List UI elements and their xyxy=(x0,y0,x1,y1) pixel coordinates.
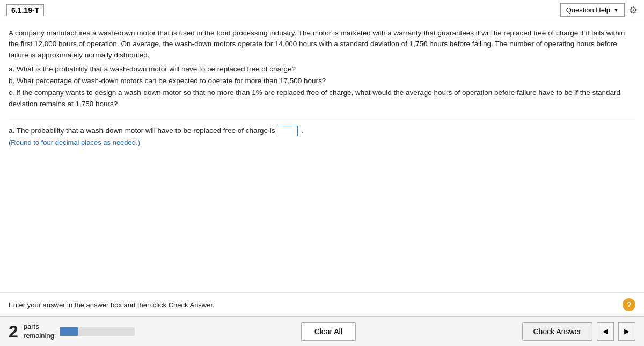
gear-icon[interactable]: ⚙ xyxy=(629,4,638,16)
clear-all-button[interactable]: Clear All xyxy=(301,322,356,341)
subquestions: a. What is the probability that a wash-d… xyxy=(9,64,635,109)
progress-bar-container xyxy=(60,327,135,336)
check-answer-button[interactable]: Check Answer xyxy=(522,322,592,341)
answer-label-after: . xyxy=(302,127,304,135)
question-help-button[interactable]: Question Help ▼ xyxy=(560,3,625,17)
top-bar: 6.1.19-T Question Help ▼ ⚙ xyxy=(0,0,644,20)
round-note: (Round to four decimal places as needed.… xyxy=(9,137,635,149)
problem-statement: A company manufactures a wash-down motor… xyxy=(9,28,635,117)
parts-number: 2 xyxy=(9,323,18,340)
parts-remaining-section: 2 parts remaining xyxy=(9,322,135,341)
answer-label-before: a. The probability that a wash-down moto… xyxy=(9,127,275,135)
answer-section: a. The probability that a wash-down moto… xyxy=(9,125,635,149)
progress-bar-fill xyxy=(60,327,78,336)
footer-instruction-bar: Enter your answer in the answer box and … xyxy=(0,292,644,316)
right-controls: Check Answer ◄ ► xyxy=(522,322,635,341)
parts-label: parts remaining xyxy=(24,322,54,341)
question-help-label: Question Help xyxy=(566,6,610,14)
sub-question-c: c. If the company wants to design a wash… xyxy=(9,87,635,109)
problem-id: 6.1.19-T xyxy=(6,4,44,16)
chevron-down-icon: ▼ xyxy=(613,7,619,13)
top-right-controls: Question Help ▼ ⚙ xyxy=(560,3,638,17)
parts-line1: parts xyxy=(24,322,54,332)
center-buttons: Clear All xyxy=(301,322,356,341)
sub-question-a: a. What is the probability that a wash-d… xyxy=(9,64,635,75)
sub-question-b: b. What percentage of wash-down motors c… xyxy=(9,76,635,86)
bottom-bar: 2 parts remaining Clear All Check Answer… xyxy=(0,316,644,346)
footer-text: Enter your answer in the answer box and … xyxy=(9,301,215,309)
main-paragraph: A company manufactures a wash-down motor… xyxy=(9,28,635,61)
prev-button[interactable]: ◄ xyxy=(597,322,614,341)
answer-input[interactable] xyxy=(279,126,298,136)
main-content: A company manufactures a wash-down motor… xyxy=(0,20,644,292)
help-circle-button[interactable]: ? xyxy=(623,298,635,311)
parts-line2: remaining xyxy=(24,332,54,341)
next-button[interactable]: ► xyxy=(618,322,635,341)
